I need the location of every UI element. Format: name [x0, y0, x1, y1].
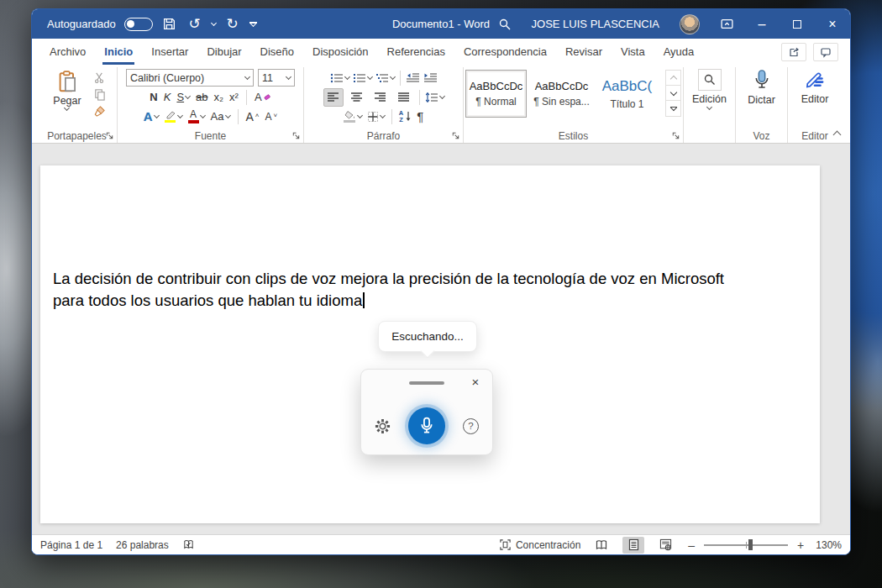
show-marks-button[interactable]: ¶ — [417, 109, 423, 123]
undo-icon[interactable]: ↺ — [186, 15, 203, 34]
strikethrough-button[interactable]: ab — [196, 91, 207, 103]
tab-diseno[interactable]: Diseño — [251, 39, 303, 65]
editing-button[interactable]: Edición — [687, 68, 732, 110]
tab-archivo[interactable]: Archivo — [40, 39, 95, 65]
align-right-button[interactable] — [370, 88, 391, 107]
cut-button[interactable] — [93, 71, 106, 84]
comment-icon — [819, 45, 832, 59]
font-name-select[interactable]: Calibri (Cuerpo) — [126, 69, 254, 87]
sort-button[interactable]: AZ — [399, 110, 412, 123]
web-layout-button[interactable] — [654, 537, 676, 554]
tab-disposicion[interactable]: Disposición — [303, 39, 377, 65]
style-card-normal[interactable]: AaBbCcDc ¶ Normal — [465, 70, 527, 118]
tab-insertar[interactable]: Insertar — [142, 39, 197, 65]
align-left-button[interactable] — [323, 88, 344, 107]
style-card-titulo-1[interactable]: AaBbC( Título 1 — [596, 70, 658, 118]
superscript-button[interactable]: x² — [229, 91, 239, 103]
read-mode-button[interactable] — [591, 537, 612, 554]
numbering-button[interactable] — [353, 72, 372, 84]
tab-ayuda[interactable]: Ayuda — [654, 39, 704, 65]
comments-button[interactable] — [813, 43, 838, 61]
close-button[interactable]: × — [815, 9, 850, 39]
zoom-slider-thumb[interactable] — [748, 539, 753, 550]
word-count[interactable]: 26 palabras — [116, 539, 169, 551]
dictation-mic-button[interactable] — [408, 407, 445, 444]
document-line-1: La decisión de contribuir con clips de v… — [53, 270, 724, 287]
styles-dialog-launcher[interactable] — [671, 131, 680, 140]
dictation-settings-button[interactable] — [375, 418, 391, 434]
clear-formatting-button[interactable]: A — [255, 91, 271, 103]
grow-font-button[interactable]: A˄ — [246, 110, 260, 123]
bullets-button[interactable] — [330, 72, 349, 84]
styles-gallery-more-button[interactable] — [666, 101, 680, 116]
print-layout-button[interactable] — [622, 537, 644, 554]
line-spacing-button[interactable] — [425, 92, 444, 103]
change-case-button[interactable]: Aa — [211, 110, 230, 123]
tab-referencias[interactable]: Referencias — [378, 39, 454, 65]
increase-indent-button[interactable] — [423, 72, 438, 83]
paste-button[interactable]: Pegar — [48, 68, 86, 112]
ribbon: Pegar Portapap — [32, 65, 850, 144]
redo-icon[interactable]: ↻ — [224, 15, 241, 34]
user-name[interactable]: JOSE LUIS PLASCENCIA — [522, 9, 669, 39]
paragraph-dialog-launcher[interactable] — [451, 131, 460, 140]
share-button[interactable] — [781, 43, 806, 61]
ribbon-display-options-icon[interactable] — [710, 9, 744, 39]
font-name-value: Calibri (Cuerpo) — [130, 72, 241, 84]
tab-inicio[interactable]: Inicio — [95, 39, 142, 65]
zoom-in-button[interactable]: + — [795, 538, 806, 552]
focus-label: Concentración — [516, 539, 580, 551]
underline-button[interactable]: S — [176, 91, 190, 103]
editor-button[interactable]: Editor — [796, 68, 834, 106]
group-estilos: AaBbCcDc ¶ Normal AaBbCcDc ¶ Sin espa...… — [464, 67, 684, 143]
undo-dropdown-chevron[interactable] — [211, 19, 217, 25]
minimize-button[interactable]: – — [744, 9, 780, 39]
multilevel-list-button[interactable] — [375, 72, 395, 84]
focus-mode-button[interactable]: Concentración — [499, 538, 580, 551]
autosave-toggle[interactable] — [124, 18, 153, 31]
font-color-button[interactable]: A — [188, 109, 205, 123]
styles-scroll-down-button[interactable] — [666, 86, 680, 101]
style-card-sin-espaciado[interactable]: AaBbCcDc ¶ Sin espa... — [531, 70, 592, 118]
dictate-button[interactable]: Dictar — [743, 68, 780, 107]
bold-button[interactable]: N — [150, 91, 157, 103]
highlight-button[interactable] — [165, 110, 182, 123]
zoom-out-button[interactable]: – — [686, 538, 696, 552]
align-center-button[interactable] — [347, 88, 367, 107]
justify-icon — [397, 92, 410, 102]
search-icon[interactable] — [488, 9, 522, 39]
tab-correspondencia[interactable]: Correspondencia — [454, 39, 556, 65]
avatar[interactable] — [669, 9, 710, 39]
tab-dibujar[interactable]: Dibujar — [197, 39, 250, 65]
clipboard-dialog-launcher[interactable] — [105, 131, 114, 140]
customize-quick-access-icon[interactable] — [249, 22, 257, 26]
page-count[interactable]: Página 1 de 1 — [40, 539, 102, 551]
font-size-select[interactable]: 11 — [258, 69, 295, 87]
dictation-help-button[interactable]: ? — [463, 418, 479, 434]
dictation-toolbar[interactable]: × ? — [360, 369, 493, 455]
borders-button[interactable] — [367, 111, 385, 123]
subscript-button[interactable]: x₂ — [214, 91, 224, 103]
font-dialog-launcher[interactable] — [291, 131, 301, 140]
italic-button[interactable]: K — [164, 91, 171, 103]
justify-button[interactable] — [394, 88, 414, 107]
decrease-indent-button[interactable] — [406, 72, 420, 83]
drag-handle[interactable] — [409, 381, 444, 385]
shading-button[interactable] — [344, 110, 362, 123]
shrink-font-button[interactable]: A˅ — [265, 111, 278, 123]
paragraph-group-label: Párrafo — [304, 130, 463, 142]
copy-button[interactable] — [93, 88, 106, 101]
status-bar: Página 1 de 1 26 palabras Concentración — [32, 534, 850, 554]
tab-revisar[interactable]: Revisar — [556, 39, 612, 65]
format-painter-button[interactable] — [93, 105, 106, 118]
save-icon[interactable] — [161, 15, 178, 34]
styles-scroll-up-button[interactable] — [666, 71, 680, 86]
text-effects-button[interactable]: A — [144, 109, 159, 123]
maximize-button[interactable] — [780, 9, 815, 39]
zoom-slider[interactable] — [704, 544, 788, 546]
proofing-icon[interactable] — [182, 538, 195, 551]
document-text[interactable]: La decisión de contribuir con clips de v… — [40, 165, 820, 312]
dictation-close-icon[interactable]: × — [467, 373, 484, 390]
tab-vista[interactable]: Vista — [612, 39, 654, 65]
zoom-level[interactable]: 130% — [816, 539, 842, 551]
